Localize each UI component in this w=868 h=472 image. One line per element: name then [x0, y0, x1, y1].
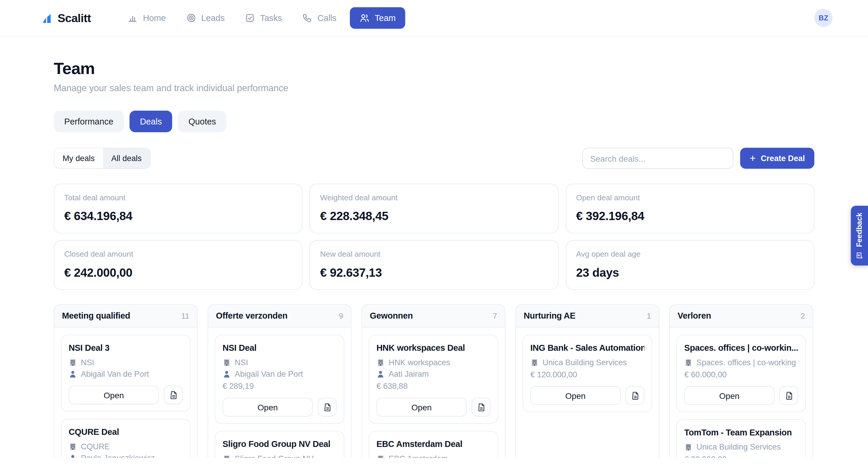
kanban-column-header: Meeting qualified 11: [54, 305, 197, 328]
deal-company-row: Spaces. offices | co-working |...: [684, 357, 798, 368]
segment-all-deals[interactable]: All deals: [103, 148, 150, 168]
phone-icon: [302, 13, 313, 23]
page-subtitle: Manage your sales team and track individ…: [54, 83, 814, 94]
deal-card[interactable]: EBC Amsterdam Deal EBC Amsterdam: [369, 431, 498, 458]
deal-company: Unica Building Services: [696, 441, 781, 453]
create-deal-label: Create Deal: [761, 154, 805, 163]
kanban-column-header: Offerte verzonden 9: [208, 305, 351, 328]
nav-item-label: Home: [143, 13, 166, 23]
building-icon: [223, 454, 231, 458]
segment-my-deals[interactable]: My deals: [54, 148, 103, 168]
stat-value: € 92.637,13: [320, 266, 548, 280]
deal-company-row: HNK workspaces: [376, 357, 490, 368]
deal-company-row: CQURE: [69, 441, 183, 452]
deals-toolbar: My deals All deals + Create Deal: [54, 148, 814, 169]
deal-notes-button[interactable]: [318, 398, 337, 416]
kanban-column-count: 1: [647, 311, 651, 321]
checkbox-icon: [244, 13, 255, 23]
stat-card-closed: Closed deal amount € 242.000,00: [54, 240, 302, 290]
deal-company: NSI: [235, 357, 248, 368]
nav-item-tasks[interactable]: Tasks: [238, 8, 289, 28]
open-deal-button[interactable]: Open: [69, 385, 159, 404]
top-nav: Scalitt Home Leads Tasks: [0, 0, 868, 37]
nav-item-leads[interactable]: Leads: [179, 8, 231, 28]
deal-notes-button[interactable]: [472, 398, 491, 416]
open-deal-button[interactable]: Open: [223, 398, 313, 416]
nav-item-calls[interactable]: Calls: [295, 8, 343, 28]
deal-amount: € 60.000,00: [684, 368, 798, 380]
deal-notes-button[interactable]: [779, 386, 798, 405]
deal-card[interactable]: HNK workspaces Deal HNK workspaces Aati …: [369, 335, 498, 424]
deal-owner: Paula Januszkiewicz: [81, 452, 155, 458]
stat-label: Avg open deal age: [576, 249, 804, 259]
tab-performance[interactable]: Performance: [54, 111, 124, 132]
kanban-column-header: Gewonnen 7: [362, 305, 505, 328]
deal-owner-row: Aati Jairam: [376, 368, 490, 380]
deal-card[interactable]: ING Bank - Sales Automation Unica Buildi…: [523, 335, 652, 412]
deal-card[interactable]: CQURE Deal CQURE Paula Januszkiewicz: [61, 418, 190, 458]
deal-title: ING Bank - Sales Automation: [530, 343, 644, 353]
feedback-button[interactable]: Feedback: [851, 206, 868, 266]
create-deal-button[interactable]: + Create Deal: [740, 148, 814, 169]
stat-value: 23 days: [576, 266, 804, 280]
person-icon: [376, 370, 385, 378]
deal-notes-button[interactable]: [164, 385, 183, 404]
page-title: Team: [54, 59, 814, 78]
person-icon: [223, 370, 231, 378]
feedback-inner: Feedback: [855, 212, 864, 259]
building-icon: [69, 359, 77, 367]
deal-card[interactable]: NSI Deal NSI Abigail Van de Port € 289,1…: [215, 335, 345, 424]
deal-amount: € 638,88: [376, 380, 490, 392]
document-icon: [322, 402, 332, 412]
tab-quotes[interactable]: Quotes: [178, 111, 227, 132]
deal-title: NSI Deal: [223, 343, 337, 353]
open-deal-button[interactable]: Open: [376, 398, 467, 416]
deal-title: EBC Amsterdam Deal: [376, 439, 490, 449]
nav-item-home[interactable]: Home: [121, 8, 173, 28]
deal-card[interactable]: NSI Deal 3 NSI Abigail Van de Port Open: [61, 335, 190, 411]
deal-card[interactable]: Sligro Food Group NV Deal Sligro Food Gr…: [215, 431, 345, 458]
deal-actions: Open: [684, 386, 798, 405]
deal-actions: Open: [223, 398, 337, 416]
deal-company: NSI: [81, 357, 94, 368]
kanban-column-title: Nurturing AE: [524, 311, 576, 321]
deal-card[interactable]: Spaces. offices | co-workin... Spaces. o…: [676, 335, 806, 412]
open-deal-button[interactable]: Open: [530, 386, 621, 405]
building-icon: [684, 359, 693, 367]
bar-chart-icon: [128, 13, 138, 23]
building-icon: [376, 454, 385, 458]
kanban-column-header: Verloren 2: [670, 305, 813, 328]
target-icon: [186, 13, 196, 23]
deal-title: Sligro Food Group NV Deal: [223, 439, 337, 449]
brand-logo[interactable]: Scalitt: [42, 11, 91, 25]
deal-notes-button[interactable]: [626, 386, 645, 405]
deal-owner: Aati Jairam: [389, 368, 429, 380]
stat-label: Open deal amount: [576, 193, 804, 202]
user-avatar[interactable]: BZ: [814, 9, 833, 27]
deal-actions: Open: [376, 398, 490, 416]
open-deal-button[interactable]: Open: [684, 386, 775, 405]
kanban-column-verloren: Verloren 2 Spaces. offices | co-workin..…: [669, 304, 813, 458]
kanban-column-meeting-qualified: Meeting qualified 11 NSI Deal 3 NSI Abig…: [54, 304, 198, 458]
kanban-column-title: Verloren: [678, 311, 711, 321]
building-icon: [376, 359, 385, 367]
tab-deals[interactable]: Deals: [129, 111, 173, 132]
main-content: Team Manage your sales team and track in…: [0, 59, 868, 458]
nav-item-team[interactable]: Team: [350, 7, 405, 29]
kanban-column-count: 2: [801, 311, 805, 321]
stat-value: € 228.348,45: [320, 210, 548, 224]
deal-company-row: Unica Building Services: [684, 441, 798, 453]
document-icon: [168, 390, 178, 400]
deal-owner-row: Paula Januszkiewicz: [69, 452, 183, 458]
deal-owner-row: Abigail Van de Port: [69, 368, 183, 380]
stat-value: € 392.196,84: [576, 210, 804, 224]
kanban-column-count: 7: [493, 311, 497, 321]
deal-title: Spaces. offices | co-workin...: [684, 343, 798, 353]
deal-company-row: NSI: [223, 357, 337, 368]
deal-owner: Abigail Van de Port: [81, 368, 149, 380]
deal-card[interactable]: TomTom - Team Expansion Unica Building S…: [676, 419, 806, 458]
search-deals-input[interactable]: [583, 148, 734, 169]
document-icon: [630, 391, 640, 400]
deal-company: Unica Building Services: [542, 357, 627, 368]
users-icon: [359, 13, 370, 23]
